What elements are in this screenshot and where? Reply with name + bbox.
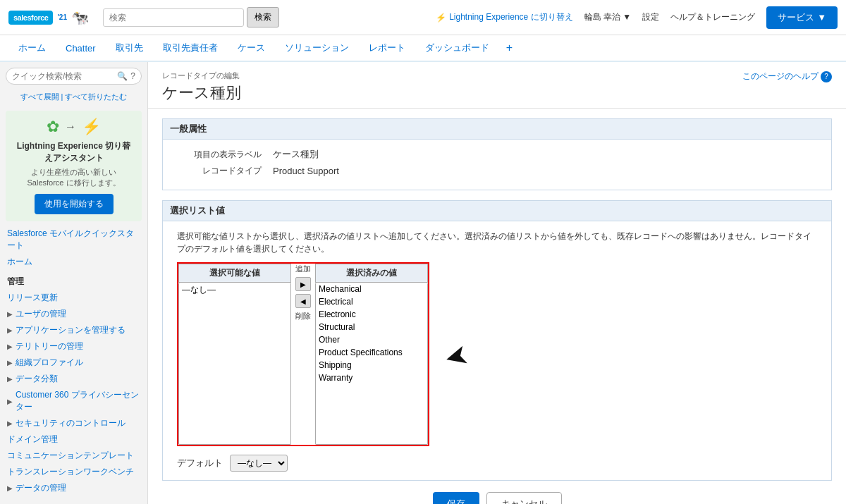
available-values-list[interactable]: ―なし―	[178, 283, 291, 445]
help-link[interactable]: ヘルプ＆トレーニング	[670, 11, 755, 23]
list-item[interactable]: ―なし―	[179, 283, 290, 297]
general-section: 一般属性 項目の表示ラベル ケース種別 レコードタイプ Product Supp…	[162, 118, 832, 190]
sidebar-territory-mgmt[interactable]: ▶ テリトリーの管理	[0, 338, 147, 355]
list-item[interactable]: Other	[316, 333, 427, 346]
sidebar-link-label: コミュニケーションテンプレート	[7, 450, 134, 462]
field-value-recordtype: Product Support	[273, 166, 339, 176]
cancel-button[interactable]: キャンセル	[486, 492, 562, 504]
nav-add-button[interactable]: +	[499, 36, 520, 60]
salesforce-logo: salesforce '21 🐄	[8, 9, 89, 26]
breadcrumb: レコードタイプの編集	[162, 70, 241, 81]
sidebar-translation[interactable]: トランスレーションワークベンチ	[0, 464, 147, 480]
sidebar-quickstart[interactable]: Salesforce モバイルクイックスタート	[0, 226, 147, 254]
sidebar-app-mgmt[interactable]: ▶ アプリケーションを管理する	[0, 322, 147, 338]
field-label-display: 項目の表示ラベル	[177, 149, 262, 161]
select-buttons: 追加 ▶ ◀ 削除	[291, 264, 315, 321]
main-layout: 🔍 ? すべて展開 | すべて折りたたむ ✿ → ⚡ Lightning Exp…	[0, 62, 846, 504]
list-item[interactable]: Electrical	[316, 295, 427, 308]
field-row-label: 項目の表示ラベル ケース種別	[177, 148, 817, 161]
list-item[interactable]: Structural	[316, 321, 427, 333]
sidebar-domain-mgmt[interactable]: ドメイン管理	[0, 431, 147, 448]
selected-values-list[interactable]: Mechanical Electrical Electronic Structu…	[315, 283, 428, 445]
sidebar-privacy-center[interactable]: ▶ Customer 360 プライバシーセンター	[0, 387, 147, 415]
select-list-section-body: 選択可能な値リストから選択し、選択済みの値リストへ追加してください。選択済みの値…	[162, 221, 832, 481]
sidebar-data-class[interactable]: ▶ データ分類	[0, 371, 147, 387]
search-input[interactable]	[103, 8, 244, 27]
select-list-container: 選択可能な値 ―なし― 追加 ▶ ◀ 削除	[177, 262, 429, 446]
nav-home[interactable]: ホーム	[8, 35, 56, 61]
sidebar-release-updates[interactable]: リリース更新	[0, 290, 147, 306]
sidebar-link-label: ドメイン管理	[7, 434, 58, 445]
default-row: デフォルト ―なし―	[177, 455, 817, 472]
start-button[interactable]: 使用を開始する	[35, 194, 114, 214]
nav-dashboards[interactable]: ダッシュボード	[415, 35, 499, 61]
sidebar-search-box[interactable]: 🔍 ?	[6, 68, 142, 85]
add-label: 追加	[295, 264, 311, 274]
default-select[interactable]: ―なし―	[230, 455, 288, 472]
sidebar-home-label: ホーム	[7, 256, 32, 268]
default-label: デフォルト	[177, 457, 223, 469]
arrow-icon: →	[65, 121, 76, 133]
list-item[interactable]: Shipping	[316, 359, 427, 371]
sidebar-link-label: 組織プロファイル	[16, 357, 83, 369]
delete-label: 削除	[295, 311, 311, 321]
service-button[interactable]: サービス ▼	[766, 6, 838, 29]
sidebar-security[interactable]: ▶ セキュリティのコントロール	[0, 415, 147, 431]
sidebar-link-label: Customer 360 プライバシーセンター	[16, 389, 140, 413]
list-item[interactable]: Warranty	[316, 371, 427, 384]
nav-reports[interactable]: レポート	[359, 35, 415, 61]
available-list-box: 選択可能な値 ―なし―	[178, 264, 291, 445]
sidebar-org-profile[interactable]: ▶ 組織プロファイル	[0, 355, 147, 371]
salesforce-logo-text: salesforce	[8, 11, 53, 25]
tri-icon: ▶	[7, 343, 13, 350]
nav-chatter[interactable]: Chatter	[56, 36, 106, 61]
sidebar-data-mgmt[interactable]: ▶ データの管理	[0, 480, 147, 496]
nav-cases[interactable]: ケース	[228, 35, 275, 61]
tri-icon: ▶	[7, 484, 13, 492]
assistant-title: Lightning Experience 切り替えアシスタント	[13, 140, 135, 164]
sidebar-search-input[interactable]	[12, 71, 114, 81]
tri-icon: ▶	[7, 310, 13, 318]
user-menu[interactable]: 輪島 幸治 ▼	[584, 11, 632, 23]
nav-accounts[interactable]: 取引先	[106, 35, 153, 61]
selected-list-box: 選択済みの値 Mechanical Electrical Electronic …	[315, 264, 428, 445]
top-header: salesforce '21 🐄 検索 ⚡ Lightning Experien…	[0, 0, 846, 35]
sidebar-user-mgmt[interactable]: ▶ ユーザの管理	[0, 306, 147, 322]
general-section-body: 項目の表示ラベル ケース種別 レコードタイプ Product Support	[162, 140, 832, 190]
page-help-link[interactable]: このページのヘルプ ?	[742, 70, 832, 82]
list-item[interactable]: Mechanical	[316, 283, 427, 295]
save-button[interactable]: 保存	[433, 492, 479, 504]
page-title: ケース種別	[162, 82, 241, 104]
list-item[interactable]: Electronic	[316, 308, 427, 321]
tri-icon: ▶	[7, 359, 13, 367]
sidebar-home[interactable]: ホーム	[0, 254, 147, 270]
field-row-recordtype: レコードタイプ Product Support	[177, 165, 817, 177]
search-area: 検索	[103, 7, 279, 27]
nav-bar: ホーム Chatter 取引先 取引先責任者 ケース ソリューション レポート …	[0, 35, 846, 62]
search-button[interactable]: 検索	[247, 7, 279, 27]
sidebar-quickstart-label: Salesforce モバイルクイックスタート	[7, 228, 140, 252]
sidebar-link-label: トランスレーションワークベンチ	[7, 466, 134, 478]
nav-contacts[interactable]: 取引先責任者	[153, 35, 228, 61]
chevron-down-icon: ▼	[817, 12, 826, 23]
admin-section-title: 管理	[0, 270, 147, 290]
search-icon: 🔍	[117, 71, 128, 81]
remove-arrow-button[interactable]: ◀	[295, 294, 311, 308]
nav-solutions[interactable]: ソリューション	[275, 35, 359, 61]
tri-icon: ▶	[7, 375, 13, 383]
select-list-section-title: 選択リスト値	[162, 200, 832, 221]
available-list-header: 選択可能な値	[178, 264, 291, 283]
content-header-left: レコードタイプの編集 ケース種別	[162, 70, 241, 104]
settings-link[interactable]: 設定	[642, 11, 659, 23]
question-icon: ?	[130, 71, 135, 81]
sidebar-expand-links[interactable]: すべて展開 | すべて折りたたむ	[0, 90, 147, 106]
select-list-wrapper: 選択可能な値 ―なし― 追加 ▶ ◀ 削除	[177, 262, 429, 446]
sidebar-link-label: セキュリティのコントロール	[16, 417, 125, 429]
add-arrow-button[interactable]: ▶	[295, 277, 311, 291]
list-item[interactable]: Product Specifications	[316, 346, 427, 359]
tri-icon: ▶	[7, 398, 13, 405]
field-value-display: ケース種別	[273, 148, 319, 161]
assistant-text: より生産性の高い新しい Salesforce に移行します。	[13, 167, 135, 188]
sidebar-comm-templates[interactable]: コミュニケーションテンプレート	[0, 448, 147, 464]
lightning-switch-link[interactable]: ⚡ Lightning Experience に切り替え	[436, 11, 572, 23]
